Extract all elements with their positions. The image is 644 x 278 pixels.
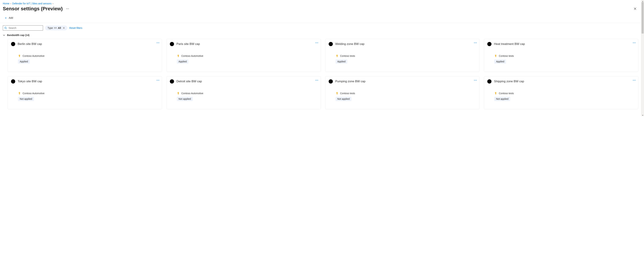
svg-point-24 bbox=[315, 80, 316, 80]
filter-pill-op: == bbox=[54, 26, 57, 29]
setting-card[interactable]: Berlin site BW cap Contoso Automotive Ap… bbox=[8, 39, 162, 72]
card-more-button[interactable] bbox=[473, 40, 478, 44]
card-title: Tokyo site BW cap bbox=[18, 80, 42, 83]
filter-pill-key: Type bbox=[48, 26, 53, 29]
status-badge: Applied bbox=[177, 59, 188, 64]
scrollbar-thumb[interactable] bbox=[642, 2, 644, 33]
gauge-icon bbox=[487, 41, 492, 46]
plus-icon: ＋ bbox=[4, 16, 7, 19]
breadcrumb-sep-icon: › bbox=[10, 2, 11, 5]
search-box[interactable] bbox=[3, 25, 43, 30]
vertical-scrollbar[interactable]: ▴ ▾ bbox=[641, 0, 644, 116]
more-horizontal-icon bbox=[315, 42, 318, 43]
gauge-icon bbox=[487, 79, 492, 84]
svg-point-17 bbox=[476, 42, 477, 43]
group-header-label: Bandwidth cap (14) bbox=[7, 34, 30, 36]
close-button[interactable] bbox=[632, 5, 638, 12]
card-more-button[interactable] bbox=[315, 78, 319, 81]
more-horizontal-icon bbox=[156, 80, 159, 80]
more-horizontal-icon bbox=[66, 8, 69, 9]
card-workspace: Contoso tests bbox=[499, 54, 514, 57]
chevron-down-icon bbox=[3, 34, 5, 36]
card-more-button[interactable] bbox=[315, 40, 319, 44]
filter-pill-type[interactable]: Type == All bbox=[45, 25, 67, 30]
card-more-button[interactable] bbox=[156, 40, 160, 44]
svg-point-28 bbox=[475, 80, 476, 80]
svg-point-1 bbox=[67, 8, 68, 9]
card-workspace: Contoso Automotive bbox=[22, 54, 44, 57]
svg-point-5 bbox=[5, 27, 6, 29]
more-horizontal-icon bbox=[156, 42, 159, 43]
search-icon bbox=[4, 27, 7, 29]
svg-point-14 bbox=[318, 42, 318, 43]
card-more-button[interactable] bbox=[156, 78, 160, 81]
filter-pill-clear-button[interactable] bbox=[62, 26, 66, 30]
card-more-button[interactable] bbox=[632, 78, 636, 81]
gauge-icon bbox=[328, 41, 333, 46]
card-title: Welding zone BW cap bbox=[335, 42, 364, 46]
breadcrumb-defender[interactable]: Defender for IoT | Sites and sensors bbox=[12, 2, 52, 5]
card-more-button[interactable] bbox=[632, 40, 636, 44]
svg-point-20 bbox=[635, 42, 636, 43]
add-button[interactable]: ＋ Add bbox=[3, 15, 14, 21]
svg-line-6 bbox=[6, 28, 7, 29]
search-input[interactable] bbox=[8, 26, 42, 29]
more-horizontal-icon bbox=[474, 80, 477, 80]
svg-point-19 bbox=[634, 42, 634, 43]
key-icon bbox=[18, 54, 21, 57]
card-workspace: Contoso Automotive bbox=[182, 92, 203, 95]
status-badge: Applied bbox=[336, 59, 347, 64]
svg-point-22 bbox=[158, 80, 158, 80]
svg-point-26 bbox=[318, 80, 318, 80]
gauge-icon bbox=[170, 79, 174, 84]
add-button-label: Add bbox=[9, 16, 13, 19]
card-workspace: Contoso tests bbox=[340, 92, 355, 95]
gauge-icon bbox=[11, 79, 16, 84]
svg-point-16 bbox=[475, 42, 476, 43]
svg-point-11 bbox=[159, 42, 159, 43]
status-badge: Applied bbox=[494, 59, 506, 64]
svg-point-29 bbox=[476, 80, 477, 80]
key-icon bbox=[177, 92, 180, 95]
setting-card[interactable]: Paris site BW cap Contoso Automotive App… bbox=[166, 39, 321, 72]
key-icon bbox=[494, 54, 497, 57]
more-horizontal-icon bbox=[315, 80, 318, 80]
more-horizontal-icon bbox=[633, 42, 636, 43]
setting-card[interactable]: Pumping zone BW cap Contoso tests Not ap… bbox=[325, 76, 480, 109]
card-workspace: Contoso tests bbox=[340, 54, 355, 57]
key-icon bbox=[177, 54, 180, 57]
card-more-button[interactable] bbox=[473, 78, 478, 81]
filter-pill-value: All bbox=[58, 26, 61, 29]
status-badge: Not applied bbox=[177, 97, 193, 101]
card-title: Paris site BW cap bbox=[176, 42, 200, 46]
card-title: Shipping zone BW cap bbox=[494, 80, 524, 83]
group-header-bandwidth-cap[interactable]: Bandwidth cap (14) bbox=[3, 34, 638, 36]
gauge-icon bbox=[11, 41, 16, 46]
setting-card[interactable]: Shipping zone BW cap Contoso tests Not a… bbox=[484, 76, 638, 109]
svg-point-25 bbox=[316, 80, 317, 80]
card-workspace: Contoso Automotive bbox=[182, 54, 203, 57]
breadcrumb-sep-icon: › bbox=[52, 2, 53, 5]
card-workspace: Contoso Automotive bbox=[22, 92, 44, 95]
status-badge: Not applied bbox=[336, 97, 352, 101]
close-icon bbox=[63, 27, 65, 29]
svg-point-31 bbox=[634, 80, 634, 80]
breadcrumb-home[interactable]: Home bbox=[3, 2, 9, 5]
setting-card[interactable]: Welding zone BW cap Contoso tests Applie… bbox=[325, 39, 480, 72]
reset-filters-link[interactable]: Reset filters bbox=[70, 26, 82, 29]
setting-card[interactable]: Tokyo site BW cap Contoso Automotive Not… bbox=[8, 76, 162, 109]
setting-card[interactable]: Detroit site BW cap Contoso Automotive N… bbox=[166, 76, 321, 109]
setting-card[interactable]: Heat treatment BW cap Contoso tests Appl… bbox=[484, 39, 638, 72]
more-horizontal-icon bbox=[633, 80, 636, 80]
title-more-button[interactable] bbox=[65, 6, 70, 11]
card-title: Pumping zone BW cap bbox=[335, 80, 366, 83]
card-title: Detroit site BW cap bbox=[176, 80, 202, 83]
page-title: Sensor settings (Preview) bbox=[3, 6, 62, 11]
gauge-icon bbox=[170, 41, 174, 46]
close-icon bbox=[634, 7, 636, 10]
svg-point-18 bbox=[633, 42, 633, 43]
scroll-up-icon: ▴ bbox=[641, 0, 644, 2]
scroll-down-icon: ▾ bbox=[641, 114, 644, 116]
svg-point-12 bbox=[315, 42, 316, 43]
svg-point-9 bbox=[156, 42, 157, 43]
